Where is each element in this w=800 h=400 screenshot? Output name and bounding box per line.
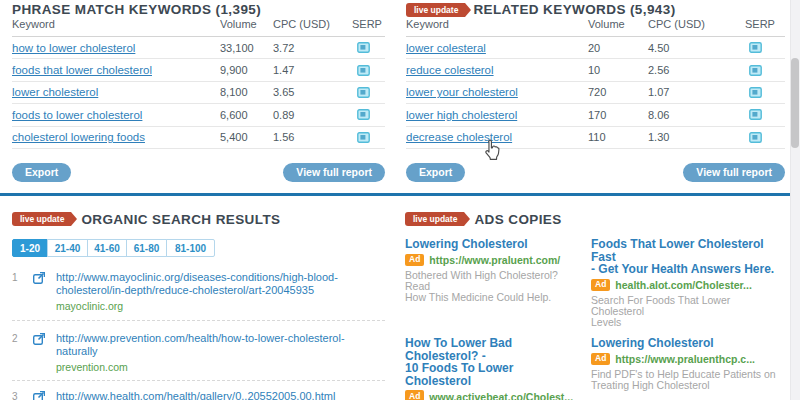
- ad-badge: Ad: [591, 353, 610, 366]
- volume-value: 110: [588, 131, 648, 143]
- phrase-match-title: PHRASE MATCH KEYWORDS (1,395): [12, 2, 261, 17]
- live-update-badge: live update: [405, 212, 464, 226]
- ads-copies-title: ADS COPIES: [474, 212, 561, 227]
- ad-copy-card: Lowering Cholesterol Ad https://www.pral…: [405, 238, 582, 327]
- serp-icon[interactable]: [357, 109, 385, 120]
- scrollbar-thumb[interactable]: [791, 58, 799, 148]
- external-link-icon[interactable]: [33, 332, 56, 375]
- keyword-link[interactable]: lower your cholesterol: [406, 86, 518, 98]
- result-domain[interactable]: mayoclinic.org: [56, 300, 123, 312]
- ad-badge: Ad: [591, 279, 610, 292]
- ad-description: Search For Foods That Lower CholesterolL…: [591, 295, 785, 327]
- volume-value: 5,400: [220, 131, 273, 143]
- organic-result: 2 http://www.prevention.com/health/how-t…: [12, 332, 385, 375]
- column-serp: SERP: [352, 18, 385, 30]
- ad-title-link[interactable]: Lowering Cholesterol: [591, 337, 785, 350]
- result-url[interactable]: http://www.health.com/health/gallery/0,,…: [56, 390, 385, 400]
- view-full-report-button[interactable]: View full report: [683, 163, 785, 182]
- keyword-link[interactable]: lower colesteral: [406, 42, 486, 54]
- serp-icon[interactable]: [749, 87, 785, 98]
- external-link-icon[interactable]: [33, 271, 56, 314]
- serp-icon[interactable]: [357, 132, 385, 143]
- ad-title-link[interactable]: How To Lower Bad Cholesterol? -10 Foods …: [405, 337, 582, 387]
- result-url[interactable]: http://www.mayoclinic.org/diseases-condi…: [56, 271, 385, 296]
- ad-url[interactable]: health.alot.com/Cholester...: [615, 279, 752, 291]
- page-button-21-40[interactable]: 21-40: [47, 239, 88, 257]
- keyword-link[interactable]: lower cholesterol: [12, 86, 98, 98]
- table-row: how to lower cholesterol 33,100 3.72: [12, 37, 385, 59]
- ad-description: Bothered With High Cholesterol? ReadHow …: [405, 270, 582, 302]
- ad-description: Find PDF's to Help Educate Patients onTr…: [591, 369, 785, 391]
- cpc-value: 1.07: [648, 86, 745, 98]
- page-button-1-20[interactable]: 1-20: [12, 239, 48, 257]
- external-link-icon[interactable]: [33, 390, 56, 400]
- page-button-81-100[interactable]: 81-100: [166, 239, 215, 257]
- organic-result: 1 http://www.mayoclinic.org/diseases-con…: [12, 271, 385, 314]
- keyword-link[interactable]: foods to lower cholesterol: [12, 109, 142, 121]
- serp-icon[interactable]: [749, 42, 785, 53]
- keyword-analytics-page: PHRASE MATCH KEYWORDS (1,395) Keyword Vo…: [0, 0, 800, 400]
- cpc-value: 3.65: [273, 86, 352, 98]
- keyword-link[interactable]: cholesterol lowering foods: [12, 131, 145, 143]
- ad-url[interactable]: https://www.praluent.com/: [429, 254, 560, 266]
- volume-value: 33,100: [220, 42, 273, 54]
- cpc-value: 4.50: [648, 42, 745, 54]
- cpc-value: 2.56: [648, 64, 745, 76]
- ad-url[interactable]: www.activebeat.co/Cholest...: [429, 391, 573, 400]
- table-row: lower high cholesterol 170 8.06: [406, 104, 785, 126]
- serp-icon[interactable]: [749, 132, 785, 143]
- ad-url[interactable]: https://www.praluenthcp.c...: [615, 353, 755, 365]
- ad-badge: Ad: [405, 254, 424, 267]
- export-button[interactable]: Export: [406, 163, 465, 182]
- table-row: foods to lower cholesterol 6,600 0.89: [12, 104, 385, 126]
- column-cpc: CPC (USD): [273, 18, 352, 30]
- result-separator: [12, 380, 385, 381]
- keyword-link[interactable]: foods that lower cholesterol: [12, 64, 152, 76]
- table-row: cholesterol lowering foods 5,400 1.56: [12, 127, 385, 149]
- ad-copy-card: Lowering Cholesterol Ad https://www.pral…: [591, 337, 785, 400]
- table-row: decrease cholesterol 110 1.30: [406, 127, 785, 149]
- related-keywords-section: live update RELATED KEYWORDS (5,943) Key…: [406, 0, 785, 193]
- table-row: reduce colesterol 10 2.56: [406, 59, 785, 81]
- organic-result: 3 http://www.health.com/health/gallery/0…: [12, 390, 385, 400]
- cpc-value: 3.72: [273, 42, 352, 54]
- volume-value: 10: [588, 64, 648, 76]
- ad-copy-card: Foods That Lower Cholesterol Fast- Get Y…: [591, 238, 785, 327]
- serp-icon[interactable]: [357, 87, 385, 98]
- section-divider: [0, 193, 790, 196]
- organic-results-title: ORGANIC SEARCH RESULTS: [81, 212, 280, 227]
- organic-search-results-section: live update ORGANIC SEARCH RESULTS 1-20 …: [12, 205, 385, 400]
- serp-icon[interactable]: [749, 109, 785, 120]
- cpc-value: 0.89: [273, 109, 352, 121]
- ad-title-link[interactable]: Lowering Cholesterol: [405, 238, 582, 251]
- pagination: 1-20 21-40 41-60 61-80 81-100: [12, 239, 385, 257]
- serp-icon[interactable]: [749, 65, 785, 76]
- keyword-link[interactable]: lower high cholesterol: [406, 109, 517, 121]
- volume-value: 170: [588, 109, 648, 121]
- ad-title-link[interactable]: Foods That Lower Cholesterol Fast- Get Y…: [591, 238, 785, 276]
- column-serp: SERP: [745, 18, 785, 30]
- keyword-link-hovered[interactable]: decrease cholesterol: [406, 131, 512, 143]
- page-button-61-80[interactable]: 61-80: [126, 239, 167, 257]
- volume-value: 8,100: [220, 86, 273, 98]
- view-full-report-button[interactable]: View full report: [283, 163, 385, 182]
- keyword-link[interactable]: how to lower cholesterol: [12, 42, 135, 54]
- result-url[interactable]: http://www.prevention.com/health/how-to-…: [56, 332, 385, 357]
- ad-badge: Ad: [405, 390, 424, 400]
- serp-icon[interactable]: [357, 65, 385, 76]
- ads-copies-section: live update ADS COPIES Lowering Choleste…: [405, 205, 785, 400]
- result-rank: 2: [12, 332, 33, 375]
- cpc-value: 8.06: [648, 109, 745, 121]
- ad-copy-card: How To Lower Bad Cholesterol? -10 Foods …: [405, 337, 582, 400]
- export-button[interactable]: Export: [12, 163, 71, 182]
- live-update-badge: live update: [406, 3, 465, 17]
- result-separator: [12, 320, 385, 321]
- table-row: lower colesteral 20 4.50: [406, 37, 785, 59]
- keyword-link[interactable]: reduce colesterol: [406, 64, 494, 76]
- table-row: lower your cholesterol 720 1.07: [406, 82, 785, 104]
- page-button-41-60[interactable]: 41-60: [87, 239, 127, 257]
- serp-icon[interactable]: [357, 42, 385, 53]
- table-row: lower cholesterol 8,100 3.65: [12, 82, 385, 104]
- cpc-value: 1.47: [273, 64, 352, 76]
- result-domain[interactable]: prevention.com: [56, 361, 128, 373]
